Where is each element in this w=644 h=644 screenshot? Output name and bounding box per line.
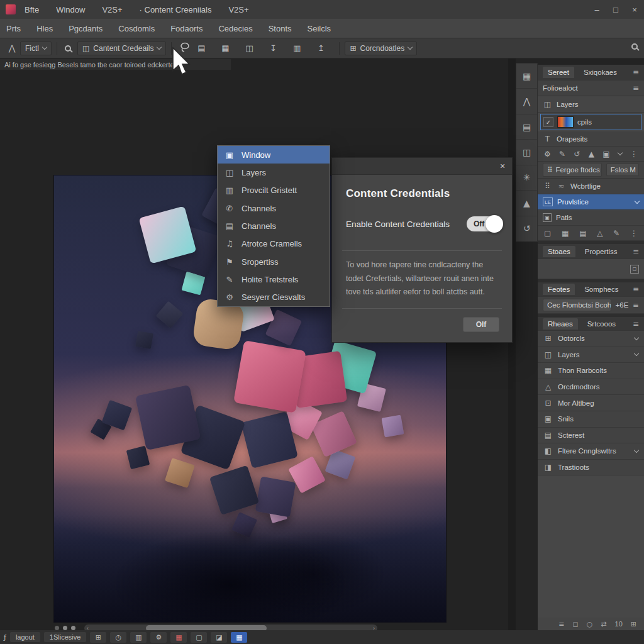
menu-layer[interactable]: Cosdomls — [118, 24, 155, 33]
nav-row-wcbrtlige[interactable]: ⠿ ≈ Wcbrtlige — [538, 179, 644, 194]
menu-file[interactable]: Prts — [6, 24, 21, 33]
swap-icon[interactable]: ⇄ — [601, 620, 606, 628]
layer-visibility-checkbox[interactable]: ✓ — [543, 117, 553, 127]
active-workspace-icon[interactable]: ▦ — [231, 632, 247, 643]
collage-icon[interactable]: ▦ — [516, 64, 537, 89]
tab-sxiqokaes[interactable]: Sxiqokaes — [579, 67, 622, 78]
rows-icon[interactable]: ▤ — [579, 229, 586, 238]
image-icon[interactable]: ▦ — [217, 43, 233, 53]
tab-feotes[interactable]: Feotes — [543, 284, 575, 295]
menu-view[interactable]: Seilcls — [308, 24, 331, 33]
kebab-menu-icon[interactable]: ⋮ — [630, 150, 638, 158]
font-field[interactable]: Cec Flombctsi Bcohooaches — [543, 299, 611, 311]
fslos-button[interactable]: Fslos M — [606, 164, 639, 176]
fergoe-button[interactable]: ⠿ Fergoe ftodcs — [543, 163, 602, 177]
list-item-thon[interactable]: ▦ Thon Rarbcolts — [538, 363, 644, 379]
page-icon[interactable]: ▢ — [544, 229, 551, 238]
list-item-layers[interactable]: ◫ Layers — [538, 347, 644, 364]
box-icon[interactable]: ▣ — [602, 150, 609, 158]
dialog-action-button[interactable]: Olf — [463, 317, 499, 332]
menu-item-window[interactable]: ▣ Window — [218, 146, 330, 164]
panel-menu-icon[interactable]: ≡ — [633, 285, 639, 294]
search-icon[interactable] — [65, 45, 71, 52]
coordinates-dropdown[interactable]: ⊞ Corcndoatles — [345, 42, 417, 55]
columns-icon[interactable]: ◫ — [241, 43, 257, 53]
mountains-icon[interactable]: ▲ — [516, 191, 537, 216]
list-item-scterest[interactable]: ▤ Scterest — [538, 428, 644, 444]
clipboard-icon[interactable]: ▢ — [191, 632, 207, 643]
export-icon[interactable]: ↥ — [313, 43, 329, 53]
menu-image[interactable]: Pgcdants — [69, 24, 103, 33]
menu-item-layers[interactable]: ◫ Layers — [218, 164, 330, 181]
quick-settings-icon[interactable] — [631, 43, 638, 52]
list-item-trastioots[interactable]: ◨ Trastioots — [538, 460, 644, 476]
building-icon[interactable]: ▦ — [170, 632, 187, 643]
panel-menu-icon[interactable]: ≡ — [633, 84, 639, 92]
kebab-menu-icon[interactable]: ⋮ — [630, 229, 638, 238]
menu-item-channels-2[interactable]: ▤ Channels — [218, 217, 330, 235]
list-item-orcdmodtors[interactable]: △ Orcdmodtors — [538, 379, 644, 396]
list-item-mor-altlbeg[interactable]: ⊡ Mor Altlbeg — [538, 395, 644, 411]
close-icon[interactable]: × — [625, 5, 644, 14]
layout-button[interactable]: lagout — [10, 632, 40, 642]
menu-item-provcilt[interactable]: ▥ Provcilt Gristett — [218, 182, 330, 199]
clock-icon[interactable]: ◷ — [110, 632, 126, 643]
maximize-icon[interactable]: □ — [606, 5, 625, 14]
close-icon[interactable]: × — [493, 161, 512, 171]
list-item-fltere[interactable]: ◧ Fltere Cnnglswttrs — [538, 443, 644, 460]
pen-icon[interactable]: ✎ — [559, 150, 565, 158]
printer-icon[interactable]: ▥ — [130, 632, 147, 643]
slices-button[interactable]: 1Slicesive — [44, 632, 87, 642]
move-tool-icon[interactable]: ⋀ — [4, 43, 20, 53]
panel-menu-icon[interactable]: ≡ — [633, 301, 639, 309]
tab-propertiss[interactable]: Propertiss — [580, 246, 623, 257]
pen-icon[interactable]: ✎ — [613, 229, 619, 238]
chart-icon[interactable]: ◪ — [211, 632, 227, 643]
panel-row-folioealoct[interactable]: Folioealoct ≡ — [538, 80, 644, 96]
content-credentials-dropdown[interactable]: ◫ Cantent Credeails — [77, 42, 166, 55]
nib-icon[interactable]: △ — [597, 229, 602, 238]
panel-menu-icon[interactable]: ≡ — [633, 68, 639, 77]
menu-item-holite[interactable]: ✎ Holite Tretstrels — [218, 270, 330, 288]
nav-row-pruvlstice-selected[interactable]: LE Pruvlstice — [538, 194, 644, 210]
layer-row-selected[interactable]: ✓ cpils — [540, 114, 641, 130]
list-item-snils[interactable]: ▣ Snils — [538, 411, 644, 428]
circle-icon[interactable]: ○ — [587, 620, 593, 628]
stack-icon[interactable]: ◫ — [516, 140, 537, 165]
list-item-ootorcls[interactable]: ⊞ Ootorcls — [538, 331, 644, 347]
text-layer-row[interactable]: T Orapesits — [538, 131, 644, 147]
menu-type[interactable]: Fodaorts — [170, 24, 203, 33]
grid-icon[interactable]: ⊞ — [631, 620, 636, 628]
panel-menu-icon[interactable]: ≡ — [633, 319, 639, 328]
tab-somphecs[interactable]: Somphecs — [579, 284, 623, 295]
font-size-value[interactable]: +6E — [616, 301, 629, 309]
chart-icon[interactable]: ▥ — [289, 43, 305, 53]
mountain-icon[interactable]: ▲ — [589, 150, 594, 158]
move-icon[interactable]: ⋀ — [516, 89, 537, 114]
grid-icon[interactable]: ▦ — [562, 229, 569, 238]
hamburger-icon[interactable]: ≡ — [558, 620, 564, 628]
undo-icon[interactable]: ↺ — [574, 150, 580, 158]
menu-item-atrotce[interactable]: ♫ Atrotce Cramells — [218, 235, 330, 253]
menu-item-sropertiss[interactable]: ⚑ Sropertiss — [218, 253, 330, 270]
tool-preset-dropdown[interactable]: Fictl — [20, 42, 52, 55]
menu-item-channels-1[interactable]: ✆ Channels — [218, 199, 330, 217]
gear-icon[interactable]: ⚙ — [150, 632, 167, 643]
rotate-icon[interactable]: ↺ — [516, 216, 537, 242]
content-credentials-toggle[interactable]: Off — [467, 216, 502, 231]
gear-icon[interactable]: ⚙ — [544, 150, 551, 158]
scatter-icon[interactable]: ✳ — [516, 165, 537, 191]
import-icon[interactable]: ↧ — [265, 43, 281, 53]
tab-rheaes[interactable]: Rheaes — [543, 318, 578, 330]
small-square-icon[interactable]: ◻ — [630, 265, 639, 274]
tab-srtcooos[interactable]: Srtcooos — [582, 318, 621, 330]
bars-icon[interactable]: ▤ — [516, 114, 537, 140]
menu-filter[interactable]: Stonts — [269, 24, 292, 33]
nav-row-patls[interactable]: ▣ Patls — [538, 210, 644, 226]
tab-stoaes[interactable]: Stoaes — [543, 246, 575, 257]
chevron-down-icon[interactable] — [617, 150, 622, 155]
briefcase-icon[interactable]: ▤ — [193, 43, 209, 53]
square-outline-icon[interactable]: ◻ — [573, 620, 579, 628]
panel-menu-icon[interactable]: ≡ — [633, 247, 639, 256]
grid-icon[interactable]: ⊞ — [90, 632, 106, 643]
